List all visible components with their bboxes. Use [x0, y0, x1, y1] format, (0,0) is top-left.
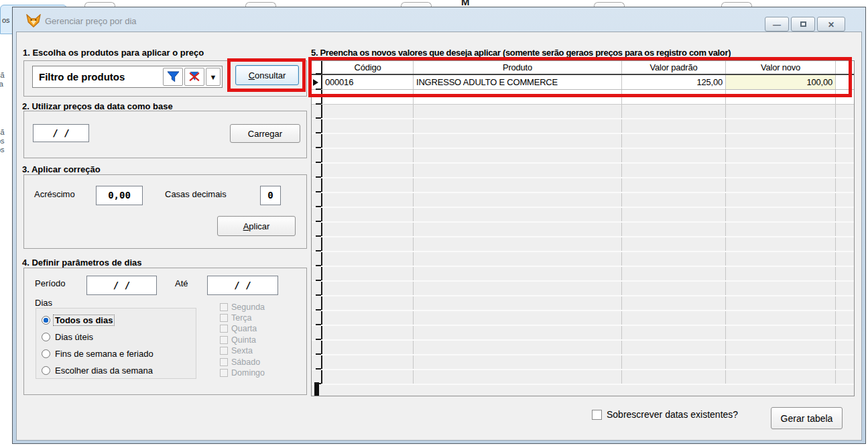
- row-indicator-cell[interactable]: [312, 164, 322, 177]
- grid-empty-cell[interactable]: [622, 223, 726, 236]
- grid-empty-cell[interactable]: [726, 326, 836, 339]
- grid-empty-row[interactable]: [312, 164, 854, 178]
- grid-empty-row[interactable]: [312, 252, 854, 267]
- grid-empty-cell[interactable]: [622, 164, 726, 177]
- grid-empty-row[interactable]: [312, 134, 854, 149]
- grid-empty-cell[interactable]: [622, 119, 726, 133]
- row-indicator-cell[interactable]: [312, 193, 322, 207]
- grid-cell-valor-novo[interactable]: 100,00: [726, 75, 836, 89]
- grid-empty-cell[interactable]: [622, 267, 726, 280]
- grid-empty-row[interactable]: [312, 90, 854, 105]
- grid-empty-cell[interactable]: [322, 134, 414, 148]
- clear-filter-button[interactable]: [184, 68, 204, 86]
- grid-empty-cell[interactable]: [322, 149, 414, 162]
- grid-cell-valor-padrao[interactable]: 125,00: [622, 75, 726, 89]
- aplicar-button[interactable]: Aplicar: [217, 216, 296, 236]
- grid-empty-row[interactable]: [312, 193, 854, 208]
- row-indicator-cell[interactable]: [312, 208, 322, 221]
- grid-empty-cell[interactable]: [726, 355, 836, 369]
- grid-empty-cell[interactable]: [414, 208, 622, 221]
- grid-empty-cell[interactable]: [322, 326, 414, 339]
- grid-empty-row[interactable]: [312, 311, 854, 326]
- grid-cell-codigo[interactable]: 000016: [322, 75, 414, 89]
- grid-empty-cell[interactable]: [414, 252, 622, 266]
- grid-empty-cell[interactable]: [726, 105, 836, 118]
- grid-empty-cell[interactable]: [414, 193, 622, 207]
- row-indicator-cell[interactable]: [312, 134, 322, 148]
- row-indicator-cell[interactable]: [312, 296, 322, 310]
- grid-empty-cell[interactable]: [726, 119, 836, 133]
- gerar-tabela-button[interactable]: Gerar tabela: [771, 407, 843, 429]
- acrescimo-field[interactable]: 0,00: [96, 186, 143, 205]
- grid-empty-cell[interactable]: [622, 134, 726, 148]
- grid-empty-cell[interactable]: [414, 90, 622, 104]
- row-indicator-cell[interactable]: [312, 75, 322, 89]
- row-indicator-cell[interactable]: [312, 178, 322, 192]
- radio-dias-uteis[interactable]: Dias úteis: [42, 331, 95, 343]
- grid-empty-cell[interactable]: [322, 164, 414, 177]
- periodo-field[interactable]: / /: [86, 276, 157, 295]
- grid-empty-row[interactable]: [312, 296, 854, 311]
- row-indicator-cell[interactable]: [312, 326, 322, 339]
- grid-empty-row[interactable]: [312, 282, 854, 296]
- sobrescrever-checkbox[interactable]: [592, 410, 602, 420]
- grid-empty-cell[interactable]: [322, 341, 414, 354]
- consultar-button[interactable]: Consultar: [235, 65, 299, 85]
- grid-empty-row[interactable]: [312, 223, 854, 237]
- grid-scroll-cursor[interactable]: [314, 382, 319, 396]
- grid-empty-cell[interactable]: [726, 252, 836, 266]
- grid-empty-cell[interactable]: [322, 370, 414, 384]
- grid-empty-cell[interactable]: [622, 178, 726, 192]
- grid-empty-cell[interactable]: [322, 105, 414, 118]
- grid-empty-row[interactable]: [312, 341, 854, 355]
- grid-empty-cell[interactable]: [414, 149, 622, 162]
- grid-cell-produto[interactable]: INGRESSO ADULTO E COMMERCE: [414, 75, 622, 89]
- row-indicator-cell[interactable]: [312, 370, 322, 384]
- grid-empty-cell[interactable]: [414, 355, 622, 369]
- grid-empty-cell[interactable]: [622, 149, 726, 162]
- grid-header-valor-novo[interactable]: Valor novo: [726, 61, 836, 74]
- grid-empty-row[interactable]: [312, 370, 854, 385]
- grid-header-codigo[interactable]: Código: [322, 61, 414, 74]
- row-indicator-cell[interactable]: [312, 105, 322, 118]
- radio-todos-os-dias[interactable]: Todos os dias: [42, 314, 114, 326]
- row-indicator-cell[interactable]: [312, 282, 322, 295]
- grid-empty-cell[interactable]: [726, 193, 836, 207]
- grid-empty-cell[interactable]: [622, 208, 726, 221]
- grid-empty-cell[interactable]: [414, 282, 622, 295]
- grid-empty-cell[interactable]: [726, 296, 836, 310]
- grid-empty-cell[interactable]: [414, 326, 622, 339]
- radio-circle-icon[interactable]: [42, 316, 50, 325]
- grid-empty-cell[interactable]: [414, 341, 622, 354]
- grid-empty-cell[interactable]: [322, 296, 414, 310]
- grid-empty-cell[interactable]: [322, 208, 414, 221]
- row-indicator-cell[interactable]: [312, 252, 322, 266]
- filter-button[interactable]: [163, 68, 183, 86]
- grid-empty-cell[interactable]: [622, 90, 726, 104]
- row-indicator-cell[interactable]: [312, 341, 322, 354]
- grid-empty-cell[interactable]: [414, 164, 622, 177]
- grid-empty-row[interactable]: [312, 267, 854, 282]
- grid-empty-row[interactable]: [312, 355, 854, 370]
- grid-empty-cell[interactable]: [726, 134, 836, 148]
- grid-empty-cell[interactable]: [622, 193, 726, 207]
- radio-circle-icon[interactable]: [42, 333, 50, 341]
- row-indicator-cell[interactable]: [312, 149, 322, 162]
- grid-empty-cell[interactable]: [726, 164, 836, 177]
- row-indicator-cell[interactable]: [312, 90, 322, 104]
- grid-empty-row[interactable]: [312, 178, 854, 193]
- grid-empty-cell[interactable]: [414, 311, 622, 325]
- grid-empty-cell[interactable]: [726, 267, 836, 280]
- base-date-field[interactable]: / /: [33, 124, 89, 142]
- grid-empty-cell[interactable]: [322, 282, 414, 295]
- grid-empty-cell[interactable]: [622, 237, 726, 251]
- grid-empty-cell[interactable]: [414, 370, 622, 384]
- row-indicator-cell[interactable]: [312, 223, 322, 236]
- grid-empty-cell[interactable]: [726, 208, 836, 221]
- grid-empty-row[interactable]: [312, 208, 854, 223]
- grid-header-produto[interactable]: Produto: [414, 61, 622, 74]
- grid-empty-cell[interactable]: [622, 341, 726, 354]
- ate-field[interactable]: / /: [207, 276, 278, 295]
- grid-empty-cell[interactable]: [622, 282, 726, 295]
- grid-empty-cell[interactable]: [726, 237, 836, 251]
